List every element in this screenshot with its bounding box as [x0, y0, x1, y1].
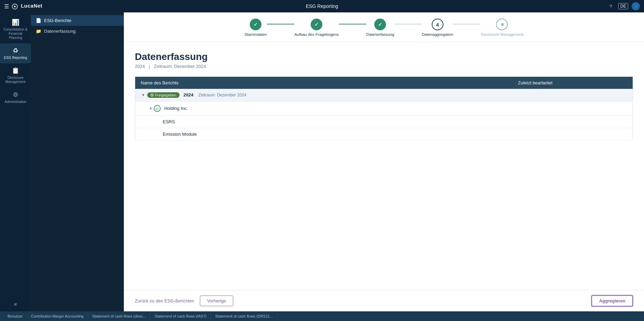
sidebar-item-label-disclosure: Disclosure Management [2, 76, 29, 84]
user-avatar[interactable]: 👤 [632, 2, 640, 10]
expand-root-button[interactable]: ▾ [141, 92, 146, 97]
step-aufbau: ✓ Aufbau des Fragebogens [294, 19, 339, 37]
table-cell-root: ▾ Freigegeben 2024 Zeitraum: Dezember 20… [135, 89, 513, 102]
footer-bar: Zurück zu den ESG-Berichten Vorherige Ag… [124, 290, 644, 311]
esg-icon: ♻ [13, 47, 18, 54]
bottom-tab-contribution[interactable]: Contribution Margin Accounting [27, 313, 88, 320]
step-label-2: Aufbau des Fragebogens [294, 32, 339, 37]
second-sidebar-item-esg-berichte[interactable]: 📄 ESG-Berichte [31, 15, 124, 26]
bottom-tab-cashflows-drs21[interactable]: Statement of cash flows (DRS21... [211, 313, 277, 320]
topbar-left: ☰ LucaNet [4, 3, 42, 9]
table-row-emission: Emission Module [135, 128, 633, 141]
table-cell-esrs-edited [513, 116, 633, 128]
stepper-line-4 [453, 24, 481, 24]
disclosure-icon: 📋 [12, 67, 19, 74]
data-table: Name des Berichts Zuletzt bearbeitet ▾ F… [135, 76, 633, 141]
second-sidebar-item-datenerfassung[interactable]: 📁 Datenerfassung [31, 26, 124, 37]
root-year: 2024 [183, 92, 193, 97]
consolidation-icon: 📊 [12, 19, 19, 26]
step-datenerfassung: ✓ Datenerfassung [366, 19, 394, 37]
step-label-3: Datenerfassung [366, 32, 394, 37]
collapse-sidebar-button[interactable]: « [14, 301, 17, 307]
help-icon[interactable]: ? [607, 2, 615, 10]
step-stammdaten: ✓ Stammdaten [244, 19, 267, 37]
topbar: ☰ LucaNet ESG Reporting ? DE 👤 [0, 0, 644, 12]
sidebar-bottom: « [10, 297, 21, 311]
table-header-name: Name des Berichts [135, 77, 513, 89]
language-button[interactable]: DE [618, 3, 628, 9]
sidebar-item-esg[interactable]: ♻ ESG Reporting [0, 43, 31, 63]
step-datenaggregation: 4 Datenaggregation [422, 19, 453, 37]
sidebar-item-consolidation[interactable]: 📊 Consolidation & Financial Planning [0, 15, 31, 43]
back-link-button[interactable]: Zurück zu den ESG-Berichten [135, 298, 194, 303]
table-cell-holding: ▾ ◎ Holding Inc. [135, 102, 513, 116]
step-circle-4: 4 [432, 19, 443, 30]
lucanet-logo: LucaNet [12, 3, 42, 9]
status-badge: Freigegeben [147, 92, 180, 98]
second-sidebar: 📄 ESG-Berichte 📁 Datenerfassung [31, 12, 124, 311]
table-row-esrs: ESRS [135, 116, 633, 128]
esrs-label: ESRS [163, 119, 175, 124]
bottom-tab-cashflows-ias7[interactable]: Statement of cash flows (IAS7) [150, 313, 211, 320]
menu-icon[interactable]: ☰ [4, 3, 9, 10]
step-label-5: Disclosure Management [481, 32, 523, 37]
sidebar-item-label-admin: Administration [4, 100, 26, 104]
bottom-tab-benutzer[interactable]: Benutzer [3, 313, 27, 320]
second-sidebar-label-esg-berichte: ESG-Berichte [44, 18, 71, 23]
sidebar-item-label-consolidation: Consolidation & Financial Planning [2, 28, 29, 40]
status-badge-label: Freigegeben [155, 93, 176, 97]
table-cell-emission: Emission Module [135, 128, 513, 141]
table-cell-esrs: ESRS [135, 116, 513, 128]
page-year: 2024 [135, 64, 145, 69]
step-label-4: Datenaggregation [422, 32, 453, 37]
table-cell-emission-edited [513, 128, 633, 141]
table-row-holding: ▾ ◎ Holding Inc. [135, 102, 633, 116]
stepper-line-1 [267, 24, 294, 24]
stepper: ✓ Stammdaten ✓ Aufbau des Fragebogens ✓ … [124, 12, 644, 42]
stepper-line-2 [339, 24, 366, 24]
page-title: Datenerfassung [135, 51, 633, 62]
footer-left: Zurück zu den ESG-Berichten Vorherige [135, 296, 233, 306]
topbar-right: ? DE 👤 [607, 2, 640, 10]
stepper-line-3 [394, 24, 422, 24]
page-separator: | [149, 64, 150, 69]
left-sidebar: 📊 Consolidation & Financial Planning ♻ E… [0, 12, 31, 311]
step-circle-3: ✓ [374, 19, 386, 30]
folder-icon: 📁 [36, 29, 41, 34]
sidebar-item-label-esg: ESG Reporting [4, 56, 27, 60]
holding-icon: ◎ [154, 105, 161, 112]
sidebar-item-administration[interactable]: ⚙ Administration [0, 87, 31, 107]
holding-name: Holding Inc. [164, 106, 188, 111]
expand-holding-button[interactable]: ▾ [149, 106, 152, 111]
page-period: Zeitraum: December 2024 [154, 64, 206, 69]
page-subtitle: 2024 | Zeitraum: December 2024 [135, 64, 633, 69]
sidebar-item-disclosure[interactable]: 📋 Disclosure Management [0, 63, 31, 87]
document-icon: 📄 [36, 18, 41, 23]
second-sidebar-label-datenerfassung: Datenerfassung [44, 29, 76, 34]
topbar-title: ESG Reporting [306, 3, 338, 9]
step-circle-2: ✓ [311, 19, 322, 30]
table-row-root: ▾ Freigegeben 2024 Zeitraum: Dezember 20… [135, 89, 633, 102]
bottom-bar: Benutzer Contribution Margin Accounting … [0, 311, 644, 321]
aggregate-button[interactable]: Aggregieren [591, 295, 633, 307]
admin-icon: ⚙ [13, 91, 18, 99]
step-label-1: Stammdaten [244, 32, 267, 37]
emission-label: Emission Module [163, 132, 197, 137]
page-content: Datenerfassung 2024 | Zeitraum: December… [124, 42, 644, 290]
bottom-tab-cashflows-direct[interactable]: Statement of cash flows (direc... [88, 313, 151, 320]
prev-button[interactable]: Vorherige [200, 296, 234, 306]
step-circle-1: ✓ [250, 19, 261, 30]
step-circle-5: 🖥 [496, 19, 508, 30]
step-disclosure: 🖥 Disclosure Management [481, 19, 523, 37]
status-dot [151, 94, 153, 96]
main-layout: 📊 Consolidation & Financial Planning ♻ E… [0, 12, 644, 311]
table-cell-holding-edited [513, 102, 633, 116]
table-header-last-edited: Zuletzt bearbeitet [513, 77, 633, 89]
table-cell-root-edited [513, 89, 633, 102]
content-area: ✓ Stammdaten ✓ Aufbau des Fragebogens ✓ … [124, 12, 644, 311]
root-period: Zeitraum: Dezember 2024 [198, 93, 246, 97]
